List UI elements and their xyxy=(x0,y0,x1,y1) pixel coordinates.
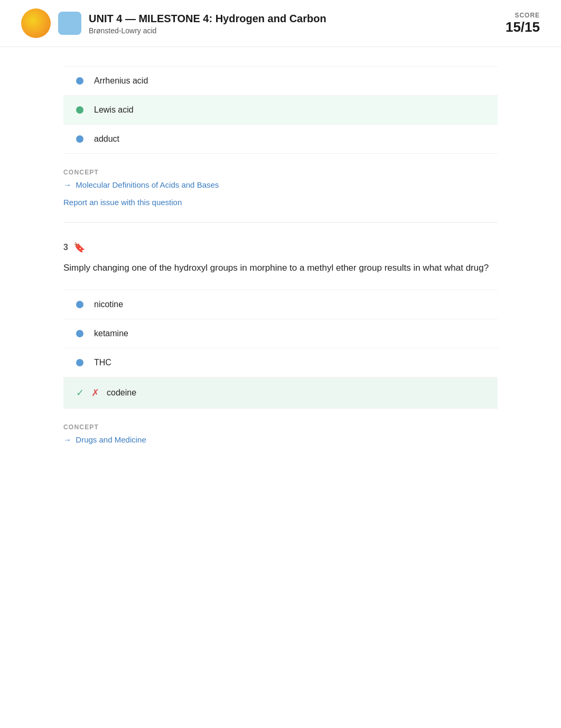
concept-label-1: CONCEPT xyxy=(63,169,498,176)
question-number-2: 3 xyxy=(63,243,68,252)
answer-list-2: nicotine ketamine THC ✓ ✗ codeine xyxy=(63,290,498,409)
unit-avatar xyxy=(58,12,81,35)
answer-bullet-ketamine xyxy=(76,330,83,337)
question-number-row-2: 3 🔖 xyxy=(63,242,498,253)
answer-text-codeine: codeine xyxy=(107,388,136,398)
answer-text-lewis: Lewis acid xyxy=(94,105,134,115)
answer-item-adduct[interactable]: adduct xyxy=(63,124,498,154)
question-1-section: Arrhenius acid Lewis acid adduct CONCEPT… xyxy=(63,47,498,223)
question-2-section: 3 🔖 Simply changing one of the hydroxyl … xyxy=(63,223,498,465)
answer-text-nicotine: nicotine xyxy=(94,300,123,309)
question-text-2: Simply changing one of the hydroxyl grou… xyxy=(63,261,498,275)
header-title-block: UNIT 4 — MILESTONE 4: Hydrogen and Carbo… xyxy=(89,12,506,35)
answer-item-codeine[interactable]: ✓ ✗ codeine xyxy=(63,377,498,409)
concept-label-2: CONCEPT xyxy=(63,423,498,431)
score-value: 15/15 xyxy=(506,19,540,35)
answer-bullet-lewis xyxy=(76,106,83,114)
answer-text-thc: THC xyxy=(94,358,111,367)
main-content: Arrhenius acid Lewis acid adduct CONCEPT… xyxy=(0,47,561,497)
concept-link-2[interactable]: → Drugs and Medicine xyxy=(63,435,498,444)
page-subtitle: Brønsted-Lowry acid xyxy=(89,26,506,35)
answer-list-1: Arrhenius acid Lewis acid adduct xyxy=(63,66,498,154)
concept-arrow-2: → xyxy=(63,435,71,444)
concept-link-1[interactable]: → Molecular Definitions of Acids and Bas… xyxy=(63,180,498,189)
answer-bullet-thc xyxy=(76,359,83,366)
answer-item-nicotine[interactable]: nicotine xyxy=(63,290,498,319)
answer-text-adduct: adduct xyxy=(94,134,119,144)
check-icon-codeine: ✓ xyxy=(76,387,84,399)
concept-arrow-1: → xyxy=(63,180,71,189)
x-icon-codeine: ✗ xyxy=(91,387,99,399)
answer-item-ketamine[interactable]: ketamine xyxy=(63,319,498,348)
answer-bullet-adduct xyxy=(76,135,83,143)
answer-item-lewis[interactable]: Lewis acid xyxy=(63,95,498,124)
answer-bullet-nicotine xyxy=(76,301,83,308)
page-header: UNIT 4 — MILESTONE 4: Hydrogen and Carbo… xyxy=(0,0,561,47)
answer-text-arrhenius: Arrhenius acid xyxy=(94,76,148,86)
page-title: UNIT 4 — MILESTONE 4: Hydrogen and Carbo… xyxy=(89,12,506,25)
concept-block-2: CONCEPT → Drugs and Medicine xyxy=(63,423,498,453)
score-label: SCORE xyxy=(506,12,540,19)
bookmark-icon: 🔖 xyxy=(73,242,85,253)
answer-item-arrhenius[interactable]: Arrhenius acid xyxy=(63,66,498,95)
concept-link-text-1: Molecular Definitions of Acids and Bases xyxy=(76,180,219,189)
concept-block-1: CONCEPT → Molecular Definitions of Acids… xyxy=(63,169,498,209)
answer-item-thc[interactable]: THC xyxy=(63,348,498,377)
app-logo xyxy=(21,8,51,38)
score-block: SCORE 15/15 xyxy=(506,12,540,35)
answer-text-ketamine: ketamine xyxy=(94,329,128,338)
concept-link-text-2: Drugs and Medicine xyxy=(76,435,146,444)
report-issue-link-1[interactable]: Report an issue with this question xyxy=(63,198,182,207)
answer-bullet-arrhenius xyxy=(76,77,83,85)
